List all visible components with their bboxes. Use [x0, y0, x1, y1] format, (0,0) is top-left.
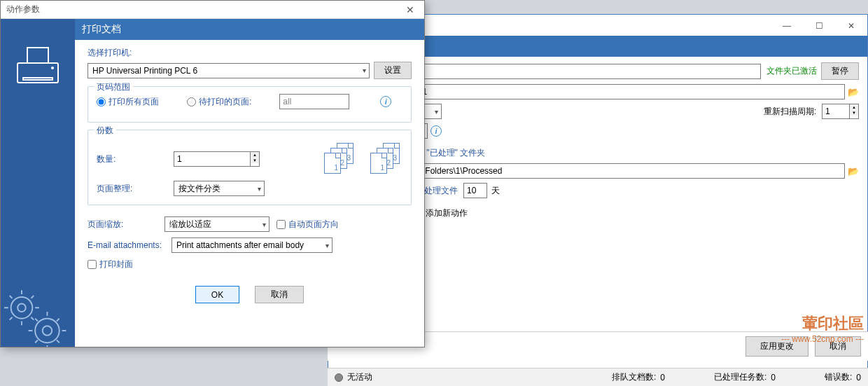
dialog-close-button[interactable]: ✕ [402, 4, 419, 15]
svg-point-0 [11, 297, 33, 319]
queue-value: 0 [660, 373, 665, 382]
status-led-icon [335, 373, 343, 382]
dialog-title: 动作参数 [6, 4, 40, 15]
close-button[interactable]: ✕ [835, 16, 867, 36]
status-bar: 无活动 排队文档数:0 已处理任务数:0 错误数:0 [328, 368, 868, 386]
page-range-group: 页码范围 打印所有页面 待打印的页面: all i [88, 86, 412, 123]
window-controls: — ☐ ✕ [771, 16, 867, 36]
processed-label: 已处理任务数: [714, 371, 766, 383]
print-all-radio[interactable]: 打印所有页面 [97, 96, 159, 108]
zoom-select[interactable]: 缩放以适应 [164, 216, 270, 232]
svg-point-2 [35, 319, 59, 343]
maximize-button[interactable]: ☐ [803, 16, 835, 36]
errors-value: 0 [856, 373, 861, 382]
quantity-spinner[interactable]: 1 ▲▼ [174, 151, 260, 167]
days-unit: 天 [491, 185, 500, 197]
svg-point-1 [18, 304, 26, 312]
page-range-title: 页码范围 [94, 81, 133, 93]
printer-icon [17, 47, 59, 83]
action-params-dialog: 动作参数 ✕ 打印文档 选择打印机: HP Universal Prin [0, 0, 425, 347]
attachments-select[interactable]: Print attachments after email body [172, 237, 332, 253]
info-icon[interactable]: i [380, 96, 391, 107]
cancel-bg-button[interactable]: 取消 [815, 336, 861, 357]
attachments-label: E-mail attachments: [88, 240, 164, 250]
collate-label: 页面整理: [97, 183, 167, 195]
apply-button[interactable]: 应用更改 [746, 336, 808, 357]
zoom-label: 页面缩放: [88, 219, 158, 230]
errors-label: 错误数: [825, 371, 852, 383]
quantity-label: 数量: [97, 153, 167, 165]
cancel-button[interactable]: 取消 [255, 286, 304, 303]
pause-button[interactable]: 暂停 [821, 62, 859, 80]
queue-label: 排队文档数: [612, 371, 656, 383]
folder-activated-label: 文件夹已激活 [766, 65, 817, 77]
ok-button[interactable]: OK [195, 286, 239, 303]
printer-select[interactable]: HP Universal Printing PCL 6 [88, 63, 370, 78]
minimize-button[interactable]: — [771, 16, 803, 36]
pages-input[interactable]: all [279, 94, 349, 109]
folder-icon[interactable]: 📂 [848, 87, 859, 97]
rescan-spinner[interactable]: 1 ▲▼ [822, 104, 859, 119]
add-action-link[interactable]: +添加新动作 [418, 207, 468, 219]
gear-icon [4, 280, 71, 347]
printer-settings-button[interactable]: 设置 [374, 62, 412, 79]
status-activity: 无活动 [347, 371, 372, 383]
days-input[interactable]: 10 [463, 183, 487, 198]
auto-orient-checkbox[interactable]: 自动页面方向 [276, 219, 339, 230]
collate-icon-1: 3 2 1 [324, 143, 356, 175]
processed-value: 0 [771, 373, 776, 382]
pages-to-print-radio[interactable]: 待打印的页面: [187, 96, 251, 108]
print-cover-checkbox[interactable]: 打印封面 [88, 259, 133, 270]
copies-group: 份数 数量: 1 ▲▼ 3 2 1 [88, 130, 412, 205]
collate-icon-2: 3 2 1 [370, 143, 402, 175]
info-icon[interactable]: i [430, 125, 442, 137]
rescan-label: 重新扫描周期: [764, 106, 816, 118]
select-printer-label: 选择打印机: [88, 47, 412, 59]
dialog-sidebar [1, 19, 75, 347]
folder-icon[interactable]: 📂 [848, 166, 859, 177]
svg-point-3 [43, 326, 52, 335]
collate-select[interactable]: 按文件分类 [174, 181, 265, 196]
dialog-header: 打印文档 [75, 19, 424, 40]
copies-title: 份数 [94, 125, 116, 137]
